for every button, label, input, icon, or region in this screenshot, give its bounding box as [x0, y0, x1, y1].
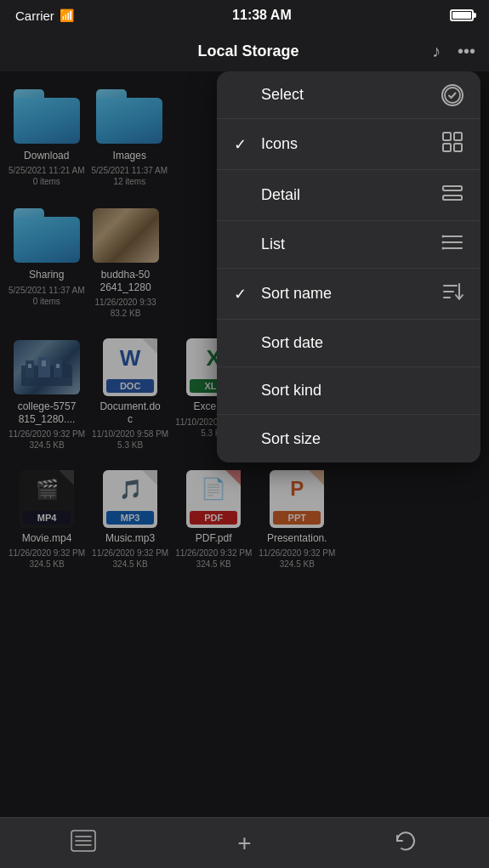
menu-label-sort-date: Sort date [261, 334, 323, 352]
tab-add-button[interactable]: + [237, 830, 251, 857]
menu-label-sort-name: Sort name [261, 285, 332, 303]
menu-item-sort-kind[interactable]: Sort kind [217, 367, 480, 415]
svg-point-18 [442, 235, 445, 238]
nav-bar: Local Storage ♪ ••• [0, 31, 489, 71]
menu-icon-icons [441, 131, 463, 157]
menu-icon-sort-name [441, 281, 463, 307]
tab-list-button[interactable] [71, 830, 96, 857]
page-title: Local Storage [197, 43, 299, 60]
svg-rect-9 [443, 133, 451, 140]
menu-item-sort-size[interactable]: Sort size [217, 415, 480, 462]
menu-check-icons: ✓ [234, 135, 253, 154]
status-icons [450, 9, 474, 21]
menu-label-list: List [261, 235, 285, 253]
svg-rect-13 [443, 186, 462, 190]
battery-icon [450, 9, 474, 21]
menu-label-icons: Icons [261, 135, 298, 153]
wifi-icon: 📶 [60, 9, 74, 22]
menu-label-detail: Detail [261, 186, 300, 204]
menu-item-sort-date[interactable]: Sort date [217, 320, 480, 367]
menu-label-select: Select [261, 86, 304, 104]
menu-icon-select [441, 84, 463, 106]
menu-icon-detail [441, 182, 463, 208]
svg-rect-11 [443, 144, 451, 151]
svg-point-20 [442, 247, 445, 250]
time-display: 11:38 AM [232, 8, 292, 23]
menu-icon-list [441, 233, 463, 256]
carrier-text: Carrier [15, 9, 54, 23]
tab-bar: + [0, 817, 489, 868]
svg-point-19 [442, 241, 445, 244]
tab-refresh-button[interactable] [393, 829, 418, 858]
svg-rect-14 [443, 196, 462, 200]
menu-label-sort-kind: Sort kind [261, 382, 321, 400]
menu-check-sort-name: ✓ [234, 285, 253, 304]
nav-icons: ♪ ••• [432, 42, 475, 61]
status-bar: Carrier 📶 11:38 AM [0, 0, 489, 31]
menu-item-detail[interactable]: Detail [217, 170, 480, 221]
menu-item-sort-name[interactable]: ✓ Sort name [217, 269, 480, 320]
menu-item-select[interactable]: Select [217, 71, 480, 119]
content-area: Download 5/25/2021 11:21 AM0 items Image… [0, 71, 489, 817]
menu-label-sort-size: Sort size [261, 430, 321, 448]
dropdown-menu: Select ✓ Icons [217, 71, 480, 462]
menu-item-icons[interactable]: ✓ Icons [217, 119, 480, 170]
svg-rect-10 [454, 133, 462, 140]
carrier-label: Carrier 📶 [15, 9, 74, 23]
menu-item-list[interactable]: List [217, 221, 480, 269]
svg-rect-12 [454, 144, 462, 151]
music-icon[interactable]: ♪ [432, 42, 441, 61]
more-icon[interactable]: ••• [458, 42, 475, 61]
